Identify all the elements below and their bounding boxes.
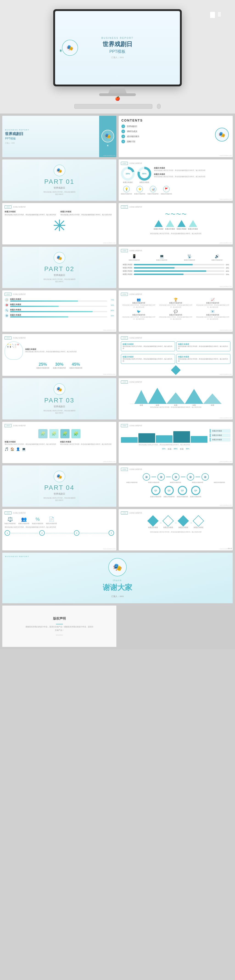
- source-tag-8: www.sucaifans.com: [220, 329, 232, 331]
- part02-label: PART 02: [44, 265, 75, 273]
- pt-2: 标题文本描述 请在此处输入相关文字内容，单击此处编辑母版文本样式，输入相关内容: [60, 441, 114, 445]
- click-hint-5: 点击输入标题内容: [13, 293, 26, 296]
- logo-14: LOGO: [121, 511, 128, 515]
- mountain-slide: LOGO 点击输入标题内容 标题 标题 标题: [119, 378, 233, 420]
- bar-val-3: 80%: [226, 270, 230, 272]
- logo-11: LOGO: [121, 424, 128, 427]
- pct-label-1: 标题文本描述内容: [37, 367, 49, 369]
- click-hint-11: 点击输入标题内容: [129, 425, 142, 427]
- percent-box: % 标题文本描述内容: [32, 517, 43, 525]
- bulb-icon: 💡: [123, 186, 130, 192]
- pct-val-3: 45%: [70, 362, 83, 367]
- si-2: 🎯 标题文本描述 50%: [5, 303, 114, 307]
- rh-4: 标题文本描述: [194, 517, 203, 528]
- progress-circles: Q1 标题文本描述内容 Q2 标题文本描述内容 Q3 标题文本描述内容: [121, 486, 230, 498]
- gc-3: ⚙️: [172, 473, 179, 480]
- info-icon-1: 👥: [121, 298, 157, 301]
- cover-left: BUSINESS REPORT 世界戏剧日 PPT模板 汇报人：XXX: [2, 116, 99, 157]
- icon-label-1: 标题文本描述内容: [121, 193, 132, 195]
- click-hint-3: 点击输入标题内容: [129, 206, 142, 208]
- cc-info: 标题文本描述 标题文本描述 标题文本描述: [210, 429, 230, 446]
- monitor-stand: [108, 86, 127, 93]
- icon-grid-4: 📱 标题文本描述内容 💻 标题文本描述内容 📡 标题文本描述内容 🔊 标题文本描…: [121, 254, 230, 261]
- pc-label-1: 标题文本描述内容: [150, 496, 161, 498]
- contents-opera-face: 🎭: [215, 128, 229, 142]
- svg-text:标题: 标题: [192, 404, 196, 406]
- col-chart-content: LOGO 点击输入标题内容 请在此处输入相关文字内容，单击此处编辑母版文本样式，…: [119, 422, 233, 453]
- pt-title-2: 标题文本描述: [60, 441, 114, 443]
- rh-label-3: 标题文本描述: [179, 526, 188, 528]
- puzzle-2: 🧩: [49, 429, 59, 438]
- pc-ring-1: Q1: [151, 486, 160, 495]
- tri-label-4: 标题文本描述: [188, 228, 198, 230]
- people-icon: 👥: [21, 516, 27, 522]
- click-hint-4: 点击输入标题内容: [129, 250, 142, 252]
- ig-1: 📱 标题文本描述内容: [121, 254, 148, 261]
- tri-label-2: 标题文本描述: [165, 228, 175, 230]
- paper-box: 📄 标题文本描述内容: [46, 516, 57, 525]
- ig-label-1: 标题文本描述内容: [129, 259, 140, 261]
- logo-bar-9: LOGO 点击输入标题内容: [121, 380, 230, 383]
- dt-desc-1: 请在此处输入相关文字内容，单击此处编辑母版文本样式，输入相关内容: [154, 169, 230, 172]
- part04-subtitle: 世界戏剧日: [54, 492, 65, 495]
- cover-mini: BUSINESS REPORT 世界戏剧日 PPT模板 汇报人：XXX 🎭 青衣: [2, 116, 116, 157]
- si-fill-4: [10, 316, 68, 318]
- logo-5: LOGO: [5, 293, 11, 296]
- ig-icon-2: 💻: [159, 254, 164, 258]
- cover-cn: 世界戏剧日: [5, 132, 96, 137]
- num-3: 3: [121, 135, 125, 138]
- logo-bar-10: LOGO 点击输入标题内容: [5, 424, 114, 427]
- rh-arrow-3: →: [190, 521, 192, 525]
- logo-bar-3: LOGO 点击输入标题内容: [121, 205, 230, 208]
- stagger-content: LOGO 点击输入标题内容 📋 标题文本描述 70% 🎯: [2, 290, 116, 320]
- sc-3: 3: [74, 530, 79, 536]
- rh-arrow-2: →: [175, 521, 177, 525]
- cc-desc: 请在此处输入相关文字内容，单击此处编辑母版文本样式，输入相关内容: [121, 444, 208, 446]
- logo-10: LOGO: [5, 424, 11, 427]
- donut-label-1: 标题文本描述: [121, 181, 135, 183]
- icon-box-4: 🚩 标题文本描述内容: [161, 186, 172, 195]
- col1-title: 标题文本描述: [5, 210, 59, 213]
- mug-icon: [210, 11, 215, 18]
- rh-shape-3: [178, 515, 189, 527]
- scale-icon: ⚖️: [7, 516, 13, 522]
- si-person: 👤: [16, 447, 20, 451]
- wavy-arrows: 〜 〜 〜 〜: [121, 211, 230, 218]
- final-business: thank: [113, 579, 122, 582]
- infographic-slide: LOGO 点击输入标题内容 ⚖️ 标题文本描述内容 👥 标题文本描述内容 % 标…: [2, 509, 116, 550]
- social-info-content: LOGO 点击输入标题内容 👥 标题文本描述内容 请在此处输入相关文字内容，单击…: [119, 290, 233, 323]
- donut-label-2: 标题文本描述: [138, 181, 151, 183]
- info-sub-4: 请在此处输入相关文字内容，单击此处编辑母版文本样式，输入相关内容: [121, 316, 157, 320]
- pc-label-4: 标题文本描述内容: [190, 496, 201, 498]
- click-hint-13: 点击输入标题内容: [13, 512, 26, 514]
- gc-1: ⚙️: [143, 473, 150, 480]
- info-icon-6: 📧: [195, 310, 230, 313]
- click-hint-12: 点击输入标题内容: [129, 468, 142, 471]
- bar-4: 标题文本描述 55%: [121, 273, 230, 275]
- logo-bar-6: LOGO 点击输入标题内容: [121, 293, 230, 296]
- part04-label: PART 04: [44, 484, 75, 492]
- arrow-wave-2: 〜: [170, 211, 176, 218]
- bar-fill-4: [134, 274, 184, 275]
- contents-item-2: 2 调研完成况: [121, 130, 211, 133]
- head-icons-fill: 💡⭐🔧 📊🎯💻 📱🔍📋: [5, 341, 23, 360]
- si-track-4: [10, 316, 107, 318]
- info-sub-3: 请在此处输入相关文字内容，单击此处编辑母版文本样式，输入相关内容: [195, 304, 230, 308]
- pl-1: 12%: [162, 448, 165, 450]
- ig-icon-4: 🔊: [215, 254, 219, 258]
- pc-label-2: 标题文本描述内容: [164, 496, 175, 498]
- gl-label-2: 标题文本描述内容: [148, 482, 159, 484]
- rh-desc: 请在此处输入相关文字内容，单击此处编辑母版文本样式，输入相关内容: [121, 531, 230, 533]
- icon-label-3: 标题文本描述内容: [148, 193, 159, 195]
- step-row: 1 2 3 4: [5, 530, 114, 536]
- part02-slide: 🎭 PART 02 世界戏剧日 请在此处输入相关文字内容，单击此处编辑母版文本样…: [2, 247, 116, 288]
- bar-label-2: 标题文本描述: [121, 267, 132, 269]
- x-shape-svg: [52, 218, 66, 232]
- bar-icons-content: LOGO 点击输入标题内容 📱 标题文本描述内容 💻 标题文本描述内容 📡 标题…: [119, 247, 233, 278]
- logo-bar-8: LOGO 点击输入标题内容: [121, 336, 230, 339]
- contents-item-4: 4 战略计划: [121, 140, 211, 143]
- scale-label: 标题文本描述内容: [5, 523, 16, 525]
- icon-label-2: 标题文本描述内容: [134, 193, 145, 195]
- bar-val-4: 55%: [226, 274, 230, 275]
- people-box: 👥 标题文本描述内容: [18, 516, 29, 525]
